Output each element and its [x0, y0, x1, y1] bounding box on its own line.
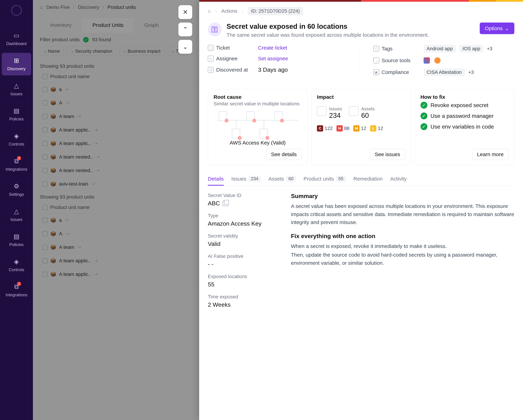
detail-tabs: Details Issues234 Assets60 Product units…: [208, 173, 514, 186]
severity-strip: [199, 0, 523, 2]
integrations-icon: ⧉1: [14, 157, 19, 165]
settings-icon: ⚙: [14, 183, 19, 190]
issues-icon: [317, 106, 327, 116]
nav-controls[interactable]: ◈Controls: [2, 128, 31, 151]
issues-icon: △: [14, 82, 19, 89]
compliance-more[interactable]: +3: [468, 69, 474, 75]
detail-label: Type: [208, 213, 281, 218]
next-button[interactable]: ⌄: [178, 40, 192, 54]
check-icon: ✓: [420, 112, 427, 119]
nav-policies-2[interactable]: ▤Policies: [2, 229, 31, 251]
summary-heading: Summary: [291, 193, 514, 199]
discovery-icon: ⊞: [14, 57, 19, 64]
nav-integrations[interactable]: ⧉1Integrations: [2, 153, 31, 176]
tab-issues[interactable]: Issues234: [231, 173, 261, 186]
controls-icon: ◈: [14, 132, 19, 140]
nav-policies[interactable]: ▤Policies: [2, 103, 31, 126]
create-ticket-link[interactable]: Create ticket: [258, 45, 287, 51]
root-cause-diagram: [213, 110, 302, 139]
tab-activity[interactable]: Activity: [390, 173, 407, 186]
nav-dashboard[interactable]: ▭Dashboard: [2, 28, 31, 50]
tab-product-units[interactable]: Product units55: [303, 173, 346, 186]
logo: [11, 5, 22, 16]
tab-remediation[interactable]: Remediation: [353, 173, 383, 186]
issue-title: Secret value exposed in 60 locations: [227, 23, 429, 30]
nav-issues[interactable]: △Issues: [2, 78, 31, 100]
detail-label: Exposed locations: [208, 274, 281, 279]
tab-assets[interactable]: Assets60: [269, 173, 296, 186]
source-tool-icon: [434, 57, 441, 64]
detail-value: 55: [208, 281, 281, 288]
copy-icon[interactable]: [223, 201, 228, 206]
tag-chip[interactable]: Android app: [424, 45, 456, 52]
tab-details[interactable]: Details: [208, 173, 224, 186]
detail-label: AI False positive: [208, 254, 281, 259]
detail-label: Secret validity: [208, 233, 281, 239]
severity-breakdown: C122 H88 M12 L12: [317, 125, 405, 132]
options-button[interactable]: Options⌄: [480, 23, 514, 34]
integrations-icon: ⧉1: [14, 283, 19, 290]
issue-id-chip: ID: 2571D70D25 (224): [248, 7, 303, 15]
prev-button[interactable]: ⌃: [178, 23, 192, 36]
detail-value: 2 Weeks: [208, 301, 281, 308]
discovered-value: 3 Days ago: [258, 66, 288, 73]
detail-value: ABC: [208, 200, 281, 207]
detail-value: Amazon Access Key: [208, 220, 281, 227]
nav-integrations-2[interactable]: ⧉1Integrations: [2, 279, 31, 302]
fix-heading: Fix everything with one action: [291, 233, 514, 239]
detail-value: Valid: [208, 240, 281, 247]
tags-more[interactable]: +3: [487, 46, 492, 51]
source-icon: ↓: [373, 58, 379, 63]
chevron-down-icon: ⌄: [505, 25, 509, 31]
issues-icon: △: [14, 208, 19, 215]
nav-issues-2[interactable]: △Issues: [2, 204, 31, 226]
compliance-icon: ▣: [373, 69, 379, 75]
detail-value: - -: [208, 261, 281, 268]
how-to-fix-card: How to fix ✓Revoke exposed secret ✓Use a…: [415, 89, 514, 165]
learn-more-button[interactable]: Learn more: [472, 149, 509, 160]
issue-drawer: ✕ ⌃ ⌄ ⌂ › Actions › ID: 2571D70D25 (224)…: [199, 0, 523, 420]
nav-discovery[interactable]: ⊞Discovery: [2, 53, 31, 75]
source-tool-icon: [424, 57, 430, 64]
assignee-icon: ☺: [208, 56, 214, 62]
nav-controls-2[interactable]: ◈Controls: [2, 254, 31, 276]
close-button[interactable]: ✕: [178, 5, 192, 19]
dashboard-icon: ▭: [14, 32, 19, 39]
nav-settings[interactable]: ⚙Settings: [2, 179, 31, 201]
root-cause-card: Root cause Similar secret value in multi…: [208, 89, 307, 165]
summary-text: A secret value has been exposed across m…: [291, 202, 514, 226]
assets-icon: [349, 106, 359, 116]
impact-card: Impact Issues234 Assets60 C122 H88 M12 L…: [311, 89, 411, 165]
assets-count: 60: [361, 112, 375, 119]
check-icon: ✓: [420, 123, 427, 130]
key-icon: ⚿: [208, 23, 222, 36]
tag-icon: ⎔: [373, 46, 379, 52]
ticket-icon: ▢: [208, 45, 214, 51]
controls-icon: ◈: [14, 258, 19, 265]
set-assignee-link[interactable]: Set assignee: [258, 56, 288, 62]
check-icon: ✓: [420, 102, 427, 109]
detail-label: Time exposed: [208, 294, 281, 300]
tag-chip[interactable]: IOS app: [459, 45, 483, 52]
sidebar: ▭Dashboard ⊞Discovery △Issues ▤Policies …: [0, 0, 33, 420]
detail-label: Secret Value ID: [208, 193, 281, 198]
policies-icon: ▤: [14, 233, 19, 240]
see-details-button[interactable]: See details: [266, 149, 302, 160]
home-icon[interactable]: ⌂: [208, 8, 211, 14]
policies-icon: ▤: [14, 107, 19, 115]
clock-icon: ◷: [208, 67, 214, 73]
issue-subtitle: The same secret value was found exposed …: [227, 32, 429, 38]
see-issues-button[interactable]: See issues: [370, 149, 405, 160]
drawer-breadcrumb: ⌂ › Actions › ID: 2571D70D25 (224): [208, 3, 514, 19]
compliance-chip[interactable]: CISA Attestation: [424, 68, 465, 76]
issues-count: 234: [329, 112, 342, 119]
